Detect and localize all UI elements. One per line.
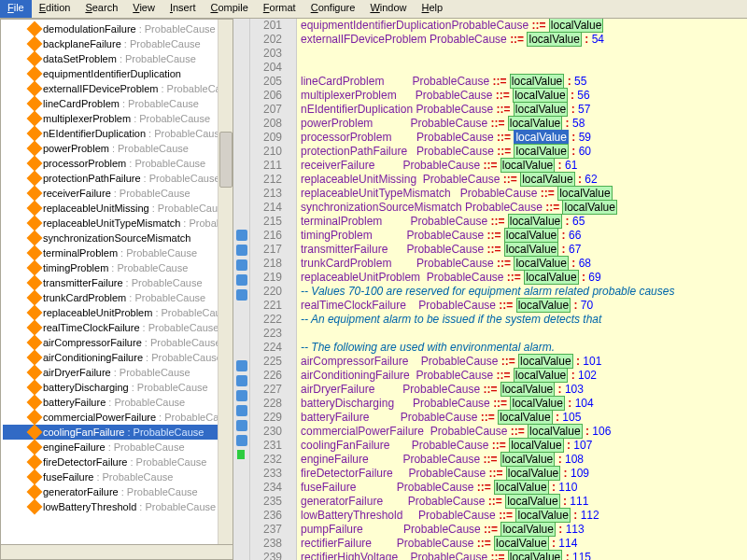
sidebar-scroll-thumb[interactable] bbox=[219, 132, 233, 188]
tree-item[interactable]: batteryDischarging: ProbableCause bbox=[3, 380, 231, 395]
tree-item[interactable]: multiplexerProblem: ProbableCause bbox=[3, 111, 231, 126]
tree-item[interactable]: fireDetectorFailure: ProbableCause bbox=[3, 455, 231, 469]
tree-item[interactable]: trunkCardProblem: ProbableCause bbox=[3, 290, 231, 305]
menu-format[interactable]: Format bbox=[256, 0, 303, 18]
code-line[interactable]: nEIdentifierDuplication ProbableCause ::… bbox=[301, 103, 747, 117]
bookmark-icon[interactable] bbox=[236, 420, 247, 431]
menu-compile[interactable]: Compile bbox=[203, 0, 255, 18]
local-value-token[interactable]: localValue bbox=[508, 214, 562, 229]
code-line[interactable]: commercialPowerFailure ProbableCause ::=… bbox=[301, 425, 747, 439]
code-line[interactable]: transmitterFailure ProbableCause ::= loc… bbox=[301, 243, 747, 257]
bookmark-icon[interactable] bbox=[236, 230, 247, 241]
local-value-token[interactable]: localValue bbox=[498, 410, 552, 425]
tree-item[interactable]: batteryFailure: ProbableCause bbox=[3, 395, 231, 410]
tree-item[interactable]: equipmentIdentifierDuplication bbox=[3, 66, 231, 81]
local-value-token[interactable]: localValue bbox=[510, 396, 564, 411]
local-value-token[interactable]: localValue bbox=[506, 466, 560, 481]
tree-item[interactable]: airCompressorFailure: ProbableCause bbox=[3, 335, 231, 350]
menu-insert[interactable]: Insert bbox=[162, 0, 204, 18]
sidebar-hscroll[interactable] bbox=[1, 544, 233, 559]
code-line[interactable]: -- An equipment alarm to be issued if th… bbox=[301, 313, 747, 327]
tree-item[interactable]: replaceableUnitMissing: ProbableCause bbox=[3, 201, 231, 216]
code-editor[interactable]: 2012022032042052062072082092102112122132… bbox=[233, 19, 747, 560]
tree-item[interactable]: protectionPathFailure: ProbableCause bbox=[3, 171, 231, 186]
local-value-token[interactable]: localValue bbox=[504, 242, 558, 257]
tree-item[interactable]: demodulationFailure: ProbableCause bbox=[3, 21, 231, 36]
tree-item[interactable]: lowBatteryThreshold: ProbableCause bbox=[3, 499, 231, 514]
bookmark-icon[interactable] bbox=[236, 405, 247, 416]
tree-item[interactable]: externalIFDeviceProblem: ProbableCause bbox=[3, 81, 231, 96]
local-value-token[interactable]: localValue bbox=[494, 480, 548, 495]
code-line[interactable] bbox=[301, 47, 747, 61]
code-line[interactable]: replaceableUnitTypeMismatch ProbableCaus… bbox=[301, 187, 747, 201]
code-line[interactable]: airDryerFailure ProbableCause ::= localV… bbox=[301, 383, 747, 397]
code-line[interactable]: protectionPathFailure ProbableCause ::= … bbox=[301, 145, 747, 159]
code-line[interactable]: processorProblem ProbableCause ::= local… bbox=[301, 131, 747, 145]
bookmark-icon[interactable] bbox=[236, 390, 247, 401]
code-line[interactable]: engineFailure ProbableCause ::= localVal… bbox=[301, 453, 747, 467]
menu-window[interactable]: Window bbox=[362, 0, 414, 18]
code-line[interactable]: batteryDischarging ProbableCause ::= loc… bbox=[301, 397, 747, 411]
local-value-token[interactable]: localValue bbox=[514, 130, 568, 145]
code-line[interactable]: airCompressorFailure ProbableCause ::= l… bbox=[301, 355, 747, 369]
code-line[interactable]: fuseFailure ProbableCause ::= localValue… bbox=[301, 481, 747, 495]
code-line[interactable]: lowBatteryThreshold ProbableCause ::= lo… bbox=[301, 509, 747, 523]
code-line[interactable]: fireDetectorFailure ProbableCause ::= lo… bbox=[301, 467, 747, 481]
tree-item[interactable]: commercialPowerFailure: ProbableCause bbox=[3, 410, 231, 425]
code-line[interactable]: replaceableUnitProblem ProbableCause ::=… bbox=[301, 271, 747, 285]
tree-item[interactable]: nEIdentifierDuplication: ProbableCause bbox=[3, 126, 231, 141]
code-line[interactable]: -- Values 70-100 are reserved for equipm… bbox=[301, 285, 747, 299]
menu-edition[interactable]: Edition bbox=[32, 0, 78, 18]
local-value-token[interactable]: localValue bbox=[504, 228, 558, 243]
bookmark-icon[interactable] bbox=[236, 274, 247, 286]
tree-item[interactable]: airConditioningFailure: ProbableCause bbox=[3, 350, 231, 365]
local-value-token[interactable]: localValue bbox=[500, 522, 555, 537]
bookmark-icon[interactable] bbox=[236, 245, 247, 256]
code-line[interactable]: synchronizationSourceMismatch ProbableCa… bbox=[301, 201, 747, 215]
local-value-token[interactable]: localValue bbox=[515, 508, 570, 523]
code-line[interactable]: timingProblem ProbableCause ::= localVal… bbox=[301, 229, 747, 243]
bookmark-icon[interactable] bbox=[236, 435, 247, 446]
local-value-token[interactable]: localValue bbox=[516, 298, 571, 313]
tree-item[interactable]: engineFailure: ProbableCause bbox=[3, 440, 231, 455]
local-value-token[interactable]: localValue bbox=[509, 438, 563, 453]
local-value-token[interactable]: localValue bbox=[527, 32, 581, 47]
code-line[interactable]: replaceableUnitMissing ProbableCause ::=… bbox=[301, 173, 747, 187]
local-value-token[interactable]: localValue bbox=[508, 550, 562, 560]
local-value-token[interactable]: localValue bbox=[514, 144, 568, 159]
code-line[interactable]: realTimeClockFailure ProbableCause ::= l… bbox=[301, 299, 747, 313]
menu-search[interactable]: Search bbox=[78, 0, 125, 18]
code-line[interactable]: coolingFanFailure ProbableCause ::= loca… bbox=[301, 439, 747, 453]
code-line[interactable]: externalIFDeviceProblem ProbableCause ::… bbox=[301, 33, 747, 47]
sidebar-scrollbar[interactable] bbox=[218, 20, 233, 559]
code-line[interactable]: rectifierHighVoltage ProbableCause ::= l… bbox=[301, 551, 747, 560]
local-value-token[interactable]: localValue bbox=[494, 536, 548, 551]
code-area[interactable]: equipmentIdentifierDuplicationProbableCa… bbox=[297, 19, 747, 560]
code-line[interactable]: airConditioningFailure ProbableCause ::=… bbox=[301, 369, 747, 383]
local-value-token[interactable]: localValue bbox=[549, 19, 603, 33]
code-line[interactable]: receiverFailure ProbableCause ::= localV… bbox=[301, 159, 747, 173]
local-value-token[interactable]: localValue bbox=[500, 158, 555, 173]
local-value-token[interactable]: localValue bbox=[505, 494, 559, 509]
menu-file[interactable]: File bbox=[0, 0, 32, 18]
code-line[interactable]: -- The following are used with environme… bbox=[301, 341, 747, 355]
code-line[interactable]: powerProblem ProbableCause ::= localValu… bbox=[301, 117, 747, 131]
local-value-token[interactable]: localValue bbox=[514, 256, 568, 271]
code-line[interactable]: lineCardProblem ProbableCause ::= localV… bbox=[301, 75, 747, 89]
bookmark-icon[interactable] bbox=[236, 375, 247, 386]
local-value-token[interactable]: localValue bbox=[562, 200, 616, 215]
bookmark-icon[interactable] bbox=[236, 289, 247, 301]
tree-item[interactable]: timingProblem: ProbableCause bbox=[3, 260, 231, 275]
code-line[interactable]: terminalProblem ProbableCause ::= localV… bbox=[301, 215, 747, 229]
code-line[interactable]: trunkCardProblem ProbableCause ::= local… bbox=[301, 257, 747, 271]
bookmark-icon[interactable] bbox=[236, 259, 247, 271]
local-value-token[interactable]: localValue bbox=[514, 368, 568, 383]
tree-item[interactable]: dataSetProblem: ProbableCause bbox=[3, 51, 231, 66]
tree-item[interactable]: replaceableUnitProblem: ProbableCause bbox=[3, 305, 231, 320]
tree-item[interactable]: transmitterFailure: ProbableCause bbox=[3, 275, 231, 290]
local-value-token[interactable]: localValue bbox=[520, 172, 574, 187]
local-value-token[interactable]: localValue bbox=[514, 102, 568, 117]
bookmark-icon[interactable] bbox=[236, 360, 247, 371]
menu-view[interactable]: View bbox=[125, 0, 162, 18]
local-value-token[interactable]: localValue bbox=[518, 354, 572, 369]
